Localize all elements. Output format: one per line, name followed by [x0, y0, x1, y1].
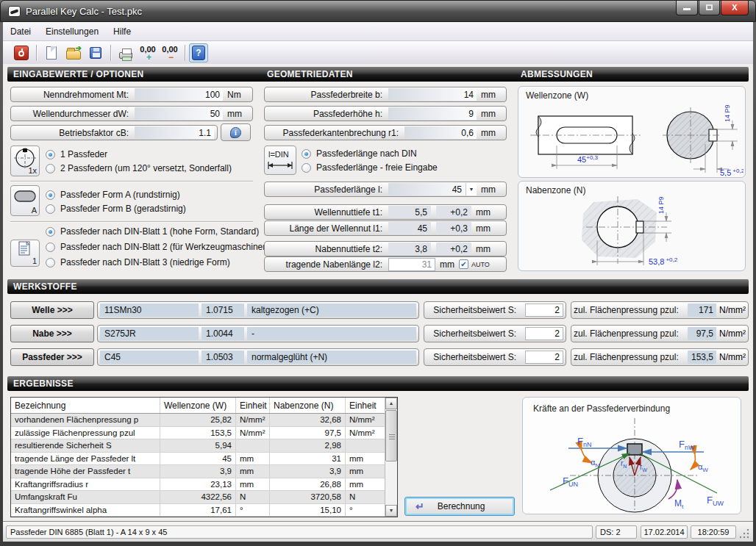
berechnung-button[interactable]: ↵ Berechnung — [404, 497, 515, 516]
col-einheit-1[interactable]: Einheit — [236, 398, 270, 413]
material-name[interactable]: 11SMn30 — [100, 303, 199, 317]
radio-din-blatt-3[interactable] — [46, 258, 55, 267]
safety-input[interactable]: 2 — [525, 327, 563, 340]
radio-form-b[interactable] — [46, 204, 55, 214]
scroll-down-button[interactable]: ▼ — [385, 505, 397, 517]
maximize-button[interactable] — [699, 1, 720, 15]
resize-grip[interactable] — [740, 529, 750, 539]
passfederbreite-input[interactable]: 14 — [388, 88, 477, 101]
table-row[interactable]: Kraftangriffsradius r23,13mm26,88mm — [11, 478, 385, 492]
open-file-button[interactable] — [64, 43, 83, 62]
nabenlaenge-input[interactable]: 31 — [388, 258, 435, 271]
nenndrehmoment-input[interactable]: 100 — [135, 88, 223, 101]
auto-checkbox[interactable]: ✔ — [459, 259, 468, 269]
field-label: Länge der Wellennut l1: — [265, 223, 388, 234]
field-label: Nenndrehmoment Mt: — [11, 90, 135, 100]
row-passfederbreite: Passfederbreite b: 14 mm — [264, 87, 507, 102]
info-icon: i — [230, 127, 241, 138]
radio-laenge-frei[interactable] — [302, 163, 311, 173]
passfeder-button[interactable]: Passfeder >>> — [10, 348, 94, 366]
svg-text:45+0,3: 45+0,3 — [577, 154, 599, 164]
exit-button[interactable] — [12, 43, 31, 62]
nabennuttiefe-tol[interactable]: +0,2 — [436, 243, 471, 255]
table-header-row: Bezeichnung Wellenzone (W) Einheit Naben… — [11, 398, 385, 414]
svg-text:14 P9: 14 P9 — [657, 196, 665, 214]
welle-button[interactable]: Welle >>> — [10, 301, 94, 319]
row-passfederlaenge: Passfederlänge l: 45 ▼ mm — [264, 182, 507, 197]
scroll-up-button[interactable]: ▲ — [385, 398, 397, 409]
din-blatt-icon: 1 — [10, 240, 40, 267]
col-bezeichnung[interactable]: Bezeichnung — [11, 398, 160, 413]
wellennuttiefe-tol[interactable]: +0,2 — [436, 206, 471, 218]
betriebsfaktor-input[interactable]: 1.1 — [135, 126, 214, 139]
table-row[interactable]: resultierende Sicherheit S5,942,98 — [11, 439, 385, 453]
option-label: Passfeder nach DIN-Blatt 3 (niedrige For… — [60, 257, 230, 267]
title-bar[interactable]: Parallel Key Calc - Test.pkc X — [0, 0, 756, 22]
radio-form-a[interactable] — [46, 190, 55, 200]
print-button[interactable] — [116, 43, 135, 62]
decimals-decrease-button[interactable]: 0,00− — [159, 43, 181, 62]
unit-label: mm — [481, 184, 503, 195]
radio-din-blatt-2[interactable] — [46, 243, 55, 252]
minus-icon: − — [168, 52, 174, 62]
safety-input[interactable]: 2 — [525, 303, 563, 317]
separator — [10, 181, 253, 182]
menu-datei[interactable]: Datei — [3, 22, 38, 40]
safety-input[interactable]: 2 — [525, 351, 563, 364]
row-nabenlaenge: tragende Nabenlänge l2: 31 mm ✔ AUTO — [264, 256, 507, 272]
radio-2-passfedern[interactable] — [46, 164, 55, 173]
chevron-down-icon[interactable]: ▼ — [466, 183, 477, 195]
col-nabenzone[interactable]: Nabenzone (N) — [270, 398, 346, 413]
unit-label: mm — [481, 109, 503, 119]
wellenzone-box: Wellenzone (W) 45+0,3 — [518, 86, 746, 178]
pressure-value: 97,5 — [688, 327, 716, 340]
table-row[interactable]: zulässige Flächenpressung pzul153,5N/mm²… — [11, 427, 385, 440]
close-icon: X — [732, 3, 737, 12]
radio-laenge-din[interactable] — [302, 149, 311, 159]
print-icon — [119, 52, 132, 59]
col-wellenzone[interactable]: Wellenzone (W) — [160, 398, 236, 413]
info-button[interactable]: i — [221, 123, 251, 141]
radio-1-passfeder[interactable] — [46, 150, 55, 159]
separator — [10, 221, 253, 222]
nabennuttiefe-value[interactable]: 3,8 — [388, 243, 431, 255]
material-number: 1.0715 — [202, 303, 244, 317]
scroll-thumb[interactable] — [385, 410, 397, 461]
laenge-din-icon: l=DIN — [264, 146, 296, 175]
minimize-button[interactable] — [676, 1, 698, 15]
table-row[interactable]: tragende Länge der Passfeder lt45mm31mm — [11, 453, 385, 466]
table-row[interactable]: Umfangskraft Fu4322,56N3720,58N — [11, 491, 385, 504]
passfederlaenge-select[interactable]: 45 ▼ — [388, 183, 477, 195]
top-section-header: EINGABEWERTE / OPTIONEN GEOMETRIEDATEN A… — [7, 67, 749, 82]
decimals-increase-button[interactable]: 0,00+ — [137, 43, 159, 62]
auto-label: AUTO — [471, 261, 490, 268]
menu-einstellungen[interactable]: Einstellungen — [38, 22, 106, 40]
col-einheit-2[interactable]: Einheit — [346, 398, 385, 413]
close-button[interactable]: X — [721, 1, 749, 15]
svg-text:FUW: FUW — [707, 495, 724, 507]
help-button[interactable]: ? — [189, 43, 208, 62]
laenge-wellennut-value[interactable]: 45 — [388, 222, 431, 234]
passfeder-material-row: C45 1.0503 normalgeglüht (+N) — [97, 348, 419, 366]
material-name[interactable]: C45 — [100, 351, 199, 364]
radio-din-blatt-1[interactable] — [46, 227, 55, 237]
passfederhoehe-input[interactable]: 9 — [388, 107, 477, 120]
svg-text:FnW: FnW — [679, 439, 695, 451]
wellennuttiefe-value[interactable]: 5,5 — [388, 206, 431, 218]
table-row[interactable]: Kraftangriffswinkel alpha17,61°15,10° — [11, 504, 385, 517]
row-nenndrehmoment: Nenndrehmoment Mt: 100 Nm — [10, 87, 253, 102]
save-button[interactable] — [86, 43, 105, 62]
kantenbrechung-input[interactable]: 0,6 — [404, 126, 477, 139]
table-scrollbar[interactable]: ▲ ▼ — [385, 398, 397, 517]
material-name[interactable]: S275JR — [100, 327, 199, 340]
new-file-button[interactable] — [42, 43, 61, 62]
menu-hilfe[interactable]: Hilfe — [106, 22, 138, 40]
laenge-wellennut-tol[interactable]: +0,3 — [436, 222, 471, 234]
wellendurchmesser-input[interactable]: 50 — [135, 107, 223, 120]
welle-material-row: 11SMn30 1.0715 kaltgezogen (+C) — [97, 301, 419, 319]
table-row[interactable]: vorhandenen Flächenpressung p25,82N/mm²3… — [11, 414, 385, 427]
field-label: Passfederlänge l: — [265, 184, 388, 195]
table-row[interactable]: tragende Höhe der Passfeder t3,9mm3,9mm — [11, 465, 385, 478]
status-bar: Passfeder DIN 6885 (Blatt 1) - A 14 x 9 … — [3, 521, 753, 542]
nabe-button[interactable]: Nabe >>> — [10, 325, 94, 342]
